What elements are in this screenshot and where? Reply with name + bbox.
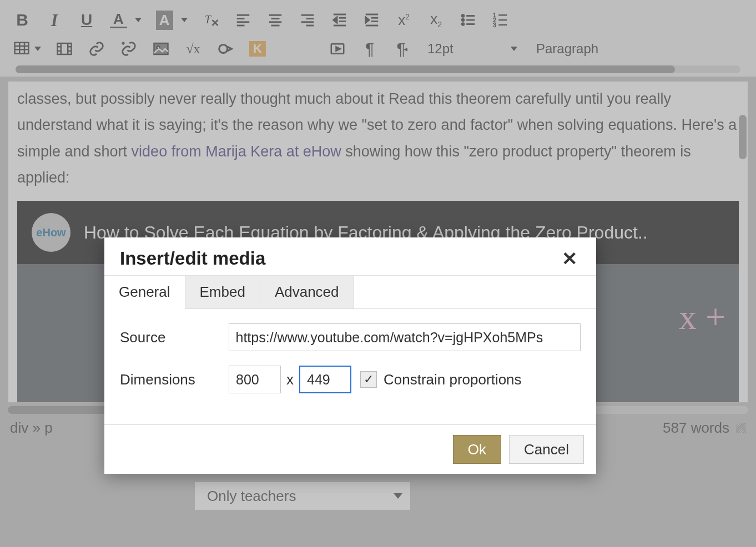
chevron-down-icon: [181, 18, 188, 22]
indent-button[interactable]: [357, 8, 386, 32]
clear-formatting-button[interactable]: T: [196, 8, 225, 32]
superscript-button[interactable]: x2: [390, 8, 419, 32]
numbered-list-button[interactable]: 123: [486, 8, 515, 32]
play-button[interactable]: [323, 37, 352, 61]
svg-rect-42: [58, 43, 72, 54]
image-button[interactable]: [147, 37, 175, 61]
resize-handle[interactable]: [736, 423, 746, 433]
block-format-value: Paragraph: [536, 41, 598, 57]
constrain-checkbox[interactable]: ✓: [360, 371, 377, 388]
chevron-down-icon: [394, 493, 402, 499]
block-format-select[interactable]: Paragraph: [528, 41, 623, 57]
editor-toolbar: B I U A A T x2 x2 123 √x K ¶ ¶◂ 12pt Par…: [0, 0, 756, 77]
video-link[interactable]: video from Marija Kera at eHow: [132, 143, 341, 160]
chalk-text: x +: [679, 286, 725, 348]
underline-button[interactable]: U: [72, 8, 101, 32]
unlink-button[interactable]: [114, 37, 143, 61]
svg-marker-55: [336, 47, 341, 51]
bullet-list-button[interactable]: [454, 8, 483, 32]
outdent-button[interactable]: [325, 8, 354, 32]
link-button[interactable]: [82, 37, 111, 61]
align-center-button[interactable]: [261, 8, 290, 32]
tab-advanced[interactable]: Advanced: [260, 276, 354, 308]
close-button[interactable]: ✕: [558, 247, 581, 270]
svg-point-26: [462, 19, 464, 21]
chevron-down-icon: [135, 18, 142, 22]
svg-point-27: [462, 23, 464, 26]
source-label: Source: [120, 329, 229, 346]
element-path[interactable]: div » p: [10, 419, 53, 437]
subscript-button[interactable]: x2: [422, 8, 451, 32]
cancel-button[interactable]: Cancel: [509, 435, 584, 464]
tab-embed[interactable]: Embed: [185, 276, 260, 308]
svg-marker-19: [333, 17, 336, 23]
toolbar-scrollbar[interactable]: [16, 65, 740, 73]
font-size-select[interactable]: 12pt: [420, 41, 525, 57]
channel-avatar: eHow: [32, 213, 70, 252]
background-color-button[interactable]: A: [150, 8, 193, 32]
role-select[interactable]: Only teachers: [194, 482, 411, 510]
dialog-title: Insert/edit media: [120, 248, 265, 269]
rtl-button[interactable]: ¶◂: [387, 37, 416, 61]
equation-button[interactable]: √x: [179, 37, 208, 61]
align-left-button[interactable]: [229, 8, 258, 32]
word-count: 587 words: [663, 419, 729, 436]
ok-button[interactable]: Ok: [453, 435, 501, 464]
dialog-tabs: General Embed Advanced: [104, 275, 596, 309]
italic-button[interactable]: I: [40, 8, 69, 32]
bold-button[interactable]: B: [8, 8, 37, 32]
embed-button[interactable]: [211, 37, 240, 61]
kaltura-button[interactable]: K: [243, 37, 272, 61]
height-input[interactable]: [299, 366, 351, 393]
svg-text:3: 3: [493, 22, 496, 28]
align-right-button[interactable]: [293, 8, 322, 32]
text-color-button[interactable]: A: [104, 8, 147, 32]
svg-marker-24: [365, 17, 369, 23]
source-input[interactable]: [229, 323, 581, 351]
dimensions-label: Dimensions: [120, 371, 229, 388]
svg-text:T: T: [204, 13, 211, 26]
svg-point-25: [462, 15, 464, 17]
chevron-down-icon: [511, 47, 517, 51]
font-size-value: 12pt: [427, 41, 453, 57]
dimension-separator: x: [286, 371, 294, 388]
role-value: Only teachers: [207, 488, 296, 505]
svg-rect-37: [15, 43, 29, 54]
chevron-down-icon: [34, 47, 41, 51]
width-input[interactable]: [229, 366, 281, 393]
insert-media-dialog: Insert/edit media ✕ General Embed Advanc…: [104, 237, 596, 474]
svg-point-53: [219, 45, 228, 53]
media-button[interactable]: [50, 37, 79, 61]
constrain-label: Constrain proportions: [384, 371, 522, 388]
editor-vertical-scrollbar[interactable]: [739, 115, 747, 159]
ltr-button[interactable]: ¶: [355, 37, 384, 61]
tab-general[interactable]: General: [104, 276, 185, 309]
table-button[interactable]: [8, 37, 47, 61]
